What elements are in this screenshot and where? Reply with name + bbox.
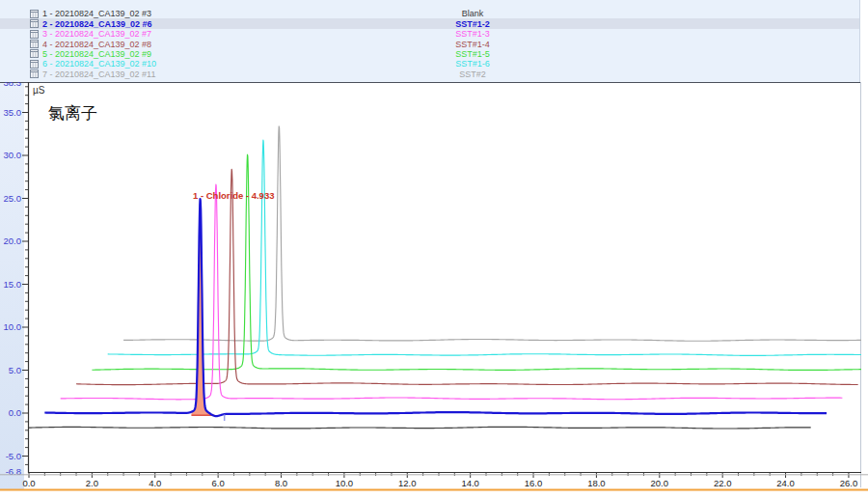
- injection-name: 5 - 20210824_CA139_02 #9: [42, 49, 151, 59]
- injection-name: 3 - 20210824_CA139_02 #7: [42, 29, 151, 39]
- traces: [29, 126, 862, 429]
- injection-row-4[interactable]: 4 - 20210824_CA139_02 #8SST#1-4: [0, 39, 859, 48]
- x-tick-label: 2.0: [86, 478, 98, 488]
- x-tick-label: 26.0: [840, 478, 858, 488]
- y-tick-label: 10.0: [4, 321, 22, 332]
- injection-name: 2 - 20210824_CA139_02 #6: [42, 19, 152, 29]
- trace-6: [108, 140, 862, 355]
- y-tick-label: -5.0: [6, 451, 21, 461]
- sample-name: SST#1-2: [432, 19, 513, 29]
- sample-name: SST#2: [432, 69, 513, 79]
- injection-row-3[interactable]: 3 - 20210824_CA139_02 #7SST#1-3: [0, 29, 859, 39]
- chromatogram-file-icon: [30, 30, 39, 39]
- injection-name: 6 - 20210824_CA139_02 #10: [42, 59, 156, 69]
- chromatogram-file-icon: [30, 19, 39, 28]
- x-tick-label: 8.0: [275, 478, 287, 488]
- injection-row-1[interactable]: 1 - 20210824_CA139_02 #3Blank: [0, 9, 859, 18]
- sample-name: Blank: [432, 9, 513, 18]
- y-tick-label: 35.0: [4, 107, 22, 118]
- x-tick-label: 0.0: [22, 478, 35, 488]
- chromatogram-file-icon: [30, 40, 39, 48]
- injection-name: 1 - 20210824_CA139_02 #3: [42, 9, 151, 18]
- x-tick-label: 24.0: [776, 478, 795, 488]
- injection-name: 7 - 20210824_CA139_02 #11: [42, 69, 155, 79]
- sample-name: SST#1-6: [432, 59, 513, 69]
- y-tick-label: 15.0: [4, 279, 22, 290]
- y-tick-label: 20.0: [4, 236, 22, 246]
- x-axis: 0.02.04.06.08.010.012.014.016.018.020.02…: [22, 473, 857, 488]
- x-tick-label: 12.0: [398, 478, 417, 488]
- y-axis-unit: µS: [33, 85, 45, 96]
- trace-4: [76, 169, 858, 384]
- chromatogram-file-icon: [30, 10, 39, 18]
- y-tick-label: 25.0: [4, 193, 22, 204]
- injection-row-5[interactable]: 5 - 20210824_CA139_02 #9SST#1-5: [0, 49, 859, 59]
- injection-row-2[interactable]: 2 - 20210824_CA139_02 #6SST#1-2: [0, 18, 859, 28]
- sample-name: SST#1-4: [432, 40, 513, 49]
- x-tick-label: 18.0: [587, 478, 606, 488]
- chart-title: 氯离子: [48, 104, 97, 123]
- injection-row-6[interactable]: 6 - 20210824_CA139_02 #10SST#1-6: [0, 59, 859, 69]
- x-tick-label: 10.0: [336, 478, 354, 488]
- x-tick-label: 20.0: [651, 478, 669, 488]
- sample-name: SST#1-3: [432, 29, 513, 39]
- y-min-label: -6.8: [6, 466, 21, 477]
- x-tick-label: 4.0: [149, 478, 161, 488]
- x-tick-label: 16.0: [525, 478, 543, 488]
- trace-1: [29, 427, 811, 429]
- y-tick-label: 5.0: [9, 365, 21, 375]
- trace-3: [61, 184, 843, 400]
- trace-5: [92, 154, 861, 370]
- x-tick-label: 14.0: [461, 478, 479, 488]
- x-tick-label: 22.0: [714, 478, 732, 488]
- chromatogram-file-icon: [30, 69, 39, 78]
- chromatogram-file-icon: [30, 49, 39, 58]
- peak-label: 1 - Chloride - 4.933: [193, 190, 274, 201]
- injection-row-7[interactable]: 7 - 20210824_CA139_02 #11SST#2: [0, 69, 859, 79]
- sample-name: SST#1-5: [432, 49, 513, 59]
- y-tick-label: 30.0: [4, 150, 22, 160]
- injection-list: 1 - 20210824_CA139_02 #3Blank2 - 2021082…: [0, 0, 860, 82]
- x-tick-label: 6.0: [212, 478, 225, 488]
- chromatogram-file-icon: [30, 60, 39, 69]
- injection-name: 4 - 20210824_CA139_02 #8: [42, 40, 151, 49]
- y-tick-label: 0.0: [9, 407, 21, 418]
